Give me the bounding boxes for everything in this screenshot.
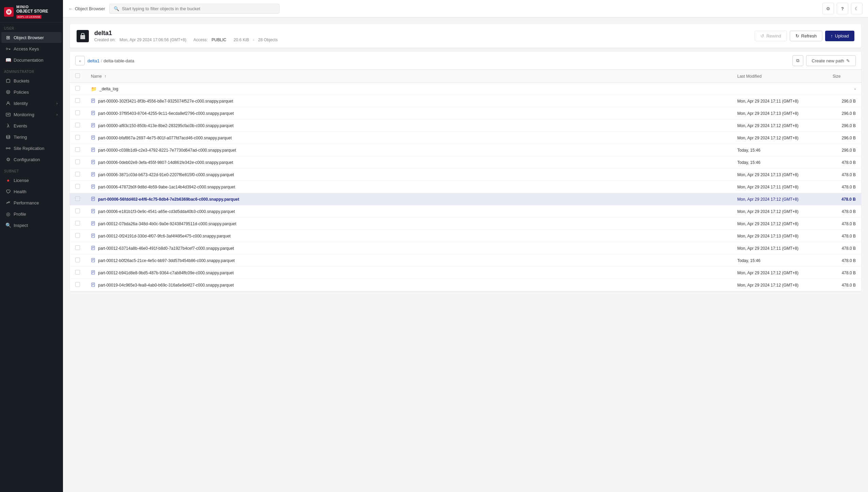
size-cell: -: [827, 83, 861, 95]
sidebar-item-profile[interactable]: ◎ Profile: [1, 209, 62, 219]
license-icon: ●: [5, 178, 11, 183]
file-name-text: part-00006-0deb02e8-3efa-455f-9807-14d86…: [98, 160, 233, 165]
search-input[interactable]: [122, 6, 275, 11]
file-name-cell[interactable]: part-00019-04c965e3-fea8-4ab0-b69c-316a6…: [85, 279, 732, 291]
size-cell: 478.0 B: [827, 156, 861, 169]
row-checkbox[interactable]: [75, 98, 80, 103]
sidebar-item-access-keys[interactable]: 🗝 Access Keys: [1, 43, 62, 54]
row-checkbox[interactable]: [75, 221, 80, 226]
size-cell: 296.0 B: [827, 144, 861, 156]
file-name-cell[interactable]: part-00012-b941d8e8-9bd5-487b-9364-c7ab8…: [85, 267, 732, 279]
upload-button[interactable]: ↑ Upload: [825, 31, 854, 41]
row-checkbox[interactable]: [75, 123, 80, 127]
sidebar-item-license[interactable]: ● License: [1, 175, 62, 186]
sidebar-item-label: Inspect: [14, 223, 28, 228]
sidebar-item-configuration[interactable]: ⚙ Configuration: [1, 154, 62, 165]
search-bar[interactable]: 🔍: [109, 4, 279, 14]
svg-rect-10: [80, 35, 85, 39]
file-name-cell[interactable]: part-00000-37f95403-8704-4255-9c11-6ecda…: [85, 107, 732, 120]
row-checkbox[interactable]: [75, 86, 80, 91]
row-checkbox[interactable]: [75, 110, 80, 115]
copy-path-button[interactable]: ⧉: [792, 55, 803, 66]
row-checkbox[interactable]: [75, 135, 80, 140]
sidebar-item-inspect[interactable]: 🔍 Inspect: [1, 220, 62, 231]
row-checkbox[interactable]: [75, 245, 80, 250]
rewind-button[interactable]: ↺ Rewind: [755, 31, 787, 41]
refresh-label: Refresh: [801, 33, 817, 39]
row-checkbox[interactable]: [75, 270, 80, 275]
back-to-object-browser[interactable]: ← Object Browser: [68, 6, 105, 11]
select-all-header: [70, 70, 85, 83]
subnet-section-label: Subnet: [0, 165, 63, 174]
settings-button[interactable]: ⚙: [822, 3, 834, 14]
theme-toggle-button[interactable]: ☾: [851, 3, 863, 14]
sidebar-item-monitoring[interactable]: Monitoring ›: [1, 109, 62, 120]
sidebar-item-label: Access Keys: [14, 46, 39, 51]
sidebar-item-policies[interactable]: Policies: [1, 87, 62, 97]
last-modified-cell: Mon, Apr 29 2024 17:12 (GMT+8): [732, 279, 827, 291]
row-checkbox[interactable]: [75, 147, 80, 152]
file-name-cell[interactable]: 📁_delta_log: [85, 83, 732, 95]
help-button[interactable]: ?: [837, 3, 848, 14]
sidebar-item-label: Policies: [14, 90, 29, 95]
row-checkbox[interactable]: [75, 233, 80, 238]
select-all-checkbox[interactable]: [75, 73, 80, 78]
last-modified-cell: [732, 83, 827, 95]
file-name-cell[interactable]: part-00012-0f24191d-330d-4f07-9fc6-3af4f…: [85, 230, 732, 242]
sidebar-item-identity[interactable]: Identity ›: [1, 98, 62, 109]
sidebar-item-label: Site Replication: [14, 146, 44, 151]
sidebar-item-events[interactable]: λ Events: [1, 120, 62, 131]
table-row: part-00006-47872b0f-9d8d-4b59-9abe-1ac14…: [70, 181, 861, 193]
file-name-cell[interactable]: part-00006-3871c03d-b673-422d-91e0-2207f…: [85, 169, 732, 181]
file-icon: [91, 172, 95, 178]
row-checkbox[interactable]: [75, 159, 80, 164]
file-name-cell[interactable]: part-00000-c038b1d9-c2e3-4792-8221-7e773…: [85, 144, 732, 156]
size-cell: 478.0 B: [827, 242, 861, 255]
bucket-icon: [77, 30, 89, 42]
sidebar-item-performance[interactable]: Performance: [1, 197, 62, 208]
file-name-cell[interactable]: part-00000-302f3421-8f3b-4556-b8e7-93250…: [85, 95, 732, 107]
size-column-header: Size: [827, 70, 861, 83]
file-name-cell[interactable]: part-00000-bfaf867a-2697-4e75-801f-a077f…: [85, 132, 732, 144]
last-modified-cell: Mon, Apr 29 2024 17:11 (GMT+8): [732, 95, 827, 107]
row-checkbox[interactable]: [75, 196, 80, 201]
file-name-text: part-00006-47872b0f-9d8d-4b59-9abe-1ac14…: [98, 185, 235, 189]
performance-icon: [5, 200, 11, 205]
last-modified-cell: Mon, Apr 29 2024 17:13 (GMT+8): [732, 107, 827, 120]
file-name-text: part-00000-302f3421-8f3b-4556-b8e7-93250…: [98, 99, 233, 104]
sidebar-item-health[interactable]: Health: [1, 186, 62, 197]
table-row: part-00000-af83c150-850b-413e-8be2-28329…: [70, 120, 861, 132]
sidebar-item-documentation[interactable]: 📖 Documentation: [1, 55, 62, 65]
sidebar-item-object-browser[interactable]: ⊞ Object Browser: [1, 32, 62, 43]
file-name-cell[interactable]: part-00006-0deb02e8-3efa-455f-9807-14d86…: [85, 156, 732, 169]
sidebar-item-site-replication[interactable]: Site Replication: [1, 143, 62, 154]
file-icon: [91, 233, 95, 239]
row-checkbox[interactable]: [75, 258, 80, 262]
row-checkbox-cell: [70, 242, 85, 255]
file-name-cell[interactable]: part-00012-b0f26ac5-21ce-4e5c-bb97-3dd57…: [85, 255, 732, 267]
row-checkbox[interactable]: [75, 282, 80, 287]
file-name-cell[interactable]: part-00000-af83c150-850b-413e-8be2-28329…: [85, 120, 732, 132]
breadcrumb-root[interactable]: delta1: [87, 58, 99, 63]
refresh-button[interactable]: ↻ Refresh: [790, 31, 823, 41]
file-name-cell[interactable]: part-00006-e181b1f3-0e9c-4541-a65e-cd3d5…: [85, 205, 732, 218]
file-name-cell[interactable]: part-00006-56fdd402-e4f6-4c75-8db4-7e2b6…: [85, 193, 732, 205]
size-cell: 296.0 B: [827, 132, 861, 144]
file-name-text: part-00000-af83c150-850b-413e-8be2-28329…: [98, 123, 234, 128]
row-checkbox[interactable]: [75, 209, 80, 213]
file-icon: [91, 111, 95, 116]
row-checkbox[interactable]: [75, 184, 80, 189]
sidebar-item-buckets[interactable]: Buckets: [1, 75, 62, 86]
sidebar-item-tiering[interactable]: Tiering: [1, 132, 62, 142]
identity-icon: [5, 101, 11, 106]
name-column-header[interactable]: Name ↑: [85, 70, 732, 83]
row-checkbox[interactable]: [75, 172, 80, 176]
file-name-cell[interactable]: part-00006-47872b0f-9d8d-4b59-9abe-1ac14…: [85, 181, 732, 193]
file-name-text: _delta_log: [99, 87, 118, 91]
row-checkbox-cell: [70, 169, 85, 181]
create-new-path-button[interactable]: Create new path ✎: [806, 55, 856, 66]
file-name-cell[interactable]: part-00012-63714a8b-46e0-491f-b8d0-7a192…: [85, 242, 732, 255]
object-browser-icon: ⊞: [5, 35, 11, 40]
navigate-back-button[interactable]: ‹: [75, 56, 85, 65]
file-name-cell[interactable]: part-00012-07bda26a-348d-4b0c-9a0e-92438…: [85, 218, 732, 230]
